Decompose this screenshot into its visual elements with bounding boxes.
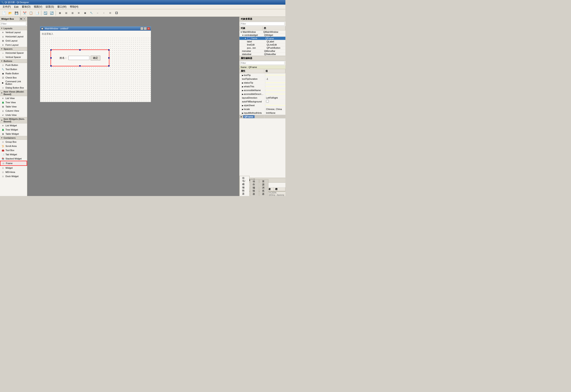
toolbar-save[interactable]: 💾 [14,10,19,16]
wb-item-tool-button[interactable]: 🔧 Tool Button [0,67,27,71]
toolbar-btn9[interactable]: ⊟ [107,10,113,16]
obj-row-pushbutton[interactable]: pus...ton QPushButton [240,46,286,50]
frame-ok-button[interactable]: 确定 [91,56,100,60]
prop-row-tooltip[interactable]: ▶toolTip [240,73,286,77]
menu-help[interactable]: 帮助(H) [68,5,80,9]
prop-row-accessiblename[interactable]: ▶accessibleName [240,88,286,92]
prop-arrow-accessibledesc[interactable]: ▶ [242,93,243,95]
wb-item-mdi-area[interactable]: □ MDI Area [0,170,27,174]
wb-item-tree-widget[interactable]: 🌲 Tree Widget [0,128,27,132]
menu-view[interactable]: 视图(V) [32,5,44,9]
wb-section-containers[interactable]: ▼ Containers [0,136,27,140]
toolbar-btn2[interactable]: ▤ [63,10,69,16]
frame-widget[interactable]: 姓名： 确定 [51,50,109,66]
wb-item-table-view[interactable]: ⊞ Table View [0,104,27,109]
prop-row-stylesheet[interactable]: ▶styleSheet [240,103,286,107]
obj-row-statusbar[interactable]: statusbar QStatusBar [240,53,286,56]
menu-edit[interactable]: Edit [12,5,20,9]
wb-section-item-views[interactable]: ▼ Item Views (Model-Based) [0,90,27,96]
tab-signal-slot[interactable]: 信号/槽编辑器 [240,176,250,196]
prop-arrow-tooltip[interactable]: ▶ [242,74,243,76]
designer-maximize-btn[interactable]: □ [144,27,147,30]
toolbar-btn7[interactable]: ↔ [95,10,100,16]
prop-row-autofill[interactable]: autoFillBackground [240,100,286,103]
toolbar-btn4[interactable]: ⊞ [76,10,82,16]
wb-item-dock-widget[interactable]: □ Dock Widget [0,174,27,178]
toolbar-open[interactable]: 📂 [7,10,13,16]
wb-item-vertical-spacer[interactable]: ↕ Vertical Spacer [0,55,27,59]
toolbar-redo[interactable]: ↪️ [49,10,55,16]
wb-item-radio-button[interactable]: ◉ Radio Button [0,71,27,75]
wb-section-item-widgets[interactable]: ▼ Item Widgets (Item-Based) [0,117,27,123]
toolbar-paste[interactable]: 📑 [34,10,40,16]
toolbar-btn5[interactable]: ▣ [82,10,88,16]
menu-settings[interactable]: 设置(S) [44,5,56,9]
wb-item-tool-box[interactable]: 🧰 Tool Box [0,148,27,152]
toolbar-btn6[interactable]: 🔧 [88,10,94,16]
wb-item-form-layout[interactable]: ≡ Form Layout [0,43,27,47]
wb-item-horizontal-layout[interactable]: ⫿ Horizontal Layout [0,34,27,39]
toolbar-btn8[interactable]: ↕ [101,10,107,16]
widget-box-float-btn[interactable]: ⧉ [19,17,22,20]
tab-action-editor[interactable]: 动作编辑器 [250,179,259,196]
wb-item-push-button[interactable]: □ Push Button [0,63,27,67]
canvas-area[interactable]: 🔲 MainWindow - untitled* ─ □ × 在这里输入 [27,17,239,196]
widget-box-filter-input[interactable] [1,22,26,26]
obj-row-menubar[interactable]: menubar QMenuBar [240,50,286,53]
wb-item-dialog-button-box[interactable]: □ Dialog Button Box [0,86,27,90]
designer-minimize-btn[interactable]: ─ [140,27,143,30]
prop-row-accessibledescription[interactable]: ▶accessibleDescription [240,92,286,96]
wb-item-widget[interactable]: □ Widget [0,166,27,170]
wb-item-stacked-widget[interactable]: 📚 Stacked Widget [0,157,27,161]
toolbar-cut[interactable]: ✂️ [22,10,28,16]
menu-form[interactable]: 窗体(O) [20,5,32,9]
obj-row-lineedit[interactable]: lineEdit QLineEdit [240,43,286,46]
frame-name-input[interactable] [68,56,89,60]
autofill-checkbox[interactable] [266,100,269,103]
prop-row-tooltipduration[interactable]: toolTipDuration -1 [240,77,286,81]
prop-row-locale[interactable]: ▶locale Chinese, China [240,107,286,111]
wb-item-table-widget[interactable]: ⊞ Table Widget [0,132,27,136]
wb-item-command-link[interactable]: ▶ Command Link Button [0,80,27,86]
menu-file[interactable]: 文件(F) [1,5,12,9]
tab-resource-browser[interactable]: 资源浏览器 [259,179,268,196]
prop-row-inputmethodhints[interactable]: ▶inputMethodHints ImhNone [240,111,286,115]
wb-item-tree-view[interactable]: 🌲 Tree View [0,100,27,104]
toolbar-btn1[interactable]: ▦ [57,10,63,16]
wb-section-layouts[interactable]: ▼ Layouts [0,27,27,30]
wb-item-undo-view[interactable]: ↩ Undo View [0,113,27,117]
prop-arrow-inputmethodhints[interactable]: ▶ [242,112,243,114]
wb-item-list-view[interactable]: ≡ List View [0,96,27,100]
prop-row-statustip[interactable]: ▶statusTip [240,81,286,85]
wb-section-buttons[interactable]: ▼ Buttons [0,59,27,63]
prop-arrow-stylesheet[interactable]: ▶ [242,104,243,107]
menu-window[interactable]: 窗口(W) [56,5,68,9]
designer-window-content[interactable]: 在这里输入 姓名： 确定 [40,31,151,102]
prop-arrow-statustip[interactable]: ▶ [242,82,243,84]
designer-close-btn[interactable]: × [147,27,150,30]
wb-item-list-widget[interactable]: ≡ List Widget [0,123,27,128]
property-editor-filter-input[interactable] [240,61,285,65]
wb-item-scroll-area[interactable]: 📜 Scroll Area [0,144,27,148]
wb-item-grid-layout[interactable]: ⊞ Grid Layout [0,39,27,43]
prop-arrow-accessiblename[interactable]: ▶ [242,89,243,91]
wb-item-group-box[interactable]: □ Group Box [0,140,27,144]
obj-row-centralwidget[interactable]: ▼centralwidget QWidget [240,34,286,37]
wb-item-column-view[interactable]: ⫿ Column View [0,109,27,113]
widget-box-close-btn[interactable]: × [23,17,26,20]
wb-item-tab-widget[interactable]: 📑 Tab Widget [0,152,27,157]
prop-arrow-qframe[interactable]: ▼ [240,116,242,118]
toolbar-btn10[interactable]: 🔲 [114,10,119,16]
prop-arrow-locale[interactable]: ▶ [242,108,243,110]
obj-row-label[interactable]: label QLabel [240,40,286,43]
toolbar-copy[interactable]: 📋 [28,10,34,16]
toolbar-new[interactable]: 📄 [1,10,7,16]
wb-item-frame[interactable]: □ Frame [0,161,27,166]
wb-item-vertical-layout[interactable]: ≡ Vertical Layout [0,30,27,34]
prop-arrow-whatthis[interactable]: ▶ [242,86,243,88]
obj-row-frame[interactable]: ▼ frame QFrame [240,37,286,40]
prop-row-layoutdirection[interactable]: layoutDirection LeftToRight [240,96,286,100]
wb-item-horizontal-spacer[interactable]: ↔ Horizontal Spacer [0,51,27,55]
wb-section-spacers[interactable]: ▼ Spacers [0,47,27,51]
object-inspector-filter-input[interactable] [240,22,285,26]
